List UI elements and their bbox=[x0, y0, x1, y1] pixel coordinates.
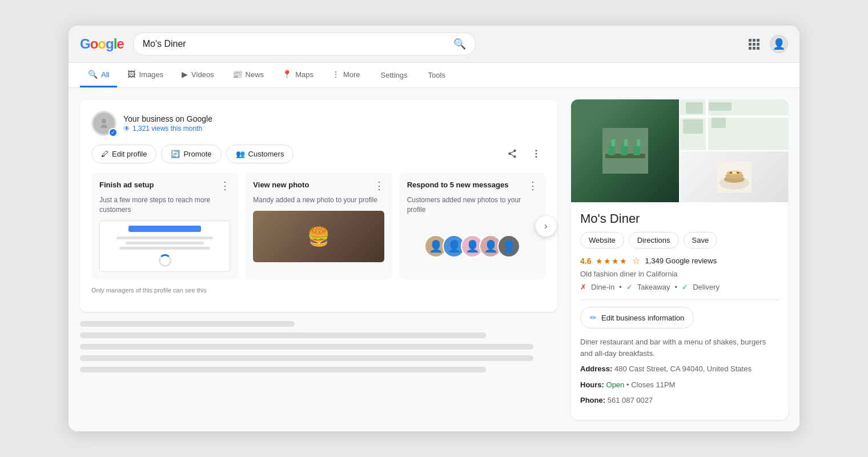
svg-rect-8 bbox=[757, 47, 760, 50]
images-tab-icon: 🖼 bbox=[127, 70, 135, 79]
edit-business-label: Edit business information bbox=[601, 314, 684, 322]
svg-rect-26 bbox=[732, 171, 737, 174]
views-icon: 👁 bbox=[123, 125, 130, 133]
business-logo: ✓ bbox=[91, 111, 116, 136]
map-grid bbox=[680, 99, 788, 150]
service-dot-2: • bbox=[675, 283, 678, 291]
account-icon[interactable]: 👤 bbox=[770, 35, 788, 53]
kp-website-button[interactable]: Website bbox=[580, 232, 624, 248]
tab-videos-label: Videos bbox=[191, 70, 214, 79]
knowledge-panel: Mo's Diner Website Directions Save 4.6 ★… bbox=[571, 99, 788, 420]
tab-all[interactable]: 🔍 All bbox=[80, 63, 117, 87]
half-star: ☆ bbox=[632, 255, 640, 266]
promote-label: Promote bbox=[183, 150, 211, 158]
kp-food-photo[interactable] bbox=[680, 151, 788, 202]
promote-button[interactable]: 🔄 Promote bbox=[161, 145, 221, 163]
task-card-finish-ad-desc: Just a few more steps to reach more cust… bbox=[99, 195, 230, 215]
task-card-respond-messages[interactable]: Respond to 5 new messages ⋮ Customers ad… bbox=[399, 173, 546, 280]
customer-avatar-5: 👤 bbox=[497, 235, 520, 258]
svg-point-12 bbox=[536, 156, 537, 158]
business-views: 👁 1,321 views this month bbox=[123, 125, 546, 133]
customers-icon: 👥 bbox=[236, 150, 245, 158]
task-card-respond-messages-title: Respond to 5 new messages bbox=[407, 181, 509, 189]
header-right: 👤 bbox=[745, 35, 788, 53]
kp-address: Address: 480 Cast Street, CA 94040, Unit… bbox=[580, 363, 779, 375]
takeaway-label: Takeaway bbox=[637, 283, 670, 291]
service-dot-1: • bbox=[619, 283, 622, 291]
main-content: ✓ Your business on Google 👁 1,321 views … bbox=[69, 88, 799, 431]
svg-rect-6 bbox=[749, 47, 752, 50]
tools-link[interactable]: Tools bbox=[420, 64, 453, 86]
search-tab-icon: 🔍 bbox=[88, 70, 98, 79]
task-card-view-photo-header: View new photo ⋮ bbox=[253, 181, 384, 191]
edit-business-button[interactable]: ✏ Edit business information bbox=[580, 307, 694, 328]
next-arrow-button[interactable]: › bbox=[536, 216, 556, 236]
rating-count: 1,349 Google reviews bbox=[645, 256, 717, 265]
business-header: ✓ Your business on Google 👁 1,321 views … bbox=[91, 111, 546, 136]
task-card-view-photo-desc: Mandy added a new photo to your profile bbox=[253, 195, 384, 205]
task-cards-row: Finish ad setup ⋮ Just a few more steps … bbox=[91, 173, 546, 280]
kp-right-photos bbox=[680, 99, 788, 202]
tab-videos[interactable]: ▶ Videos bbox=[174, 63, 222, 87]
takeaway-icon: ✓ bbox=[626, 283, 633, 291]
kp-save-button[interactable]: Save bbox=[684, 232, 718, 248]
tab-maps[interactable]: 📍 Maps bbox=[274, 63, 322, 87]
managers-note: Only managers of this profile can see th… bbox=[91, 287, 546, 294]
address-value: 480 Cast Street, CA 94040, United States bbox=[614, 364, 752, 373]
kp-short-desc: Old fashion diner in California bbox=[580, 270, 779, 278]
task-card-respond-messages-menu[interactable]: ⋮ bbox=[528, 181, 538, 191]
more-tab-icon: ⋮ bbox=[332, 70, 340, 79]
more-options-button[interactable] bbox=[527, 144, 546, 163]
tab-news-label: News bbox=[246, 70, 264, 79]
share-button[interactable] bbox=[503, 144, 522, 163]
svg-rect-19 bbox=[633, 145, 640, 155]
dine-in-label: Dine-in bbox=[591, 283, 614, 291]
address-label: Address: bbox=[580, 364, 612, 373]
skeleton-line-4 bbox=[80, 355, 533, 361]
tab-news[interactable]: 📰 News bbox=[224, 63, 272, 87]
kp-action-buttons: Website Directions Save bbox=[580, 232, 779, 248]
kp-map-photo[interactable] bbox=[680, 99, 788, 150]
task-card-view-photo-menu[interactable]: ⋮ bbox=[374, 181, 384, 191]
kp-directions-button[interactable]: Directions bbox=[629, 232, 679, 248]
task-card-view-photo-title: View new photo bbox=[253, 181, 309, 189]
customers-button[interactable]: 👥 Customers bbox=[226, 145, 294, 163]
customers-label: Customers bbox=[248, 150, 284, 158]
skeleton-line-5 bbox=[80, 367, 486, 372]
kp-main-photo[interactable] bbox=[571, 99, 679, 202]
edit-profile-button[interactable]: 🖊 Edit profile bbox=[91, 145, 156, 163]
search-icon[interactable]: 🔍 bbox=[453, 38, 466, 50]
kp-body: Mo's Diner Website Directions Save 4.6 ★… bbox=[571, 202, 788, 420]
kp-hours: Hours: Open • Closes 11PM bbox=[580, 379, 779, 391]
tab-images[interactable]: 🖼 Images bbox=[119, 63, 171, 87]
tab-more[interactable]: ⋮ More bbox=[324, 63, 368, 87]
svg-point-10 bbox=[536, 150, 537, 152]
skeleton-line-2 bbox=[80, 332, 486, 338]
svg-rect-17 bbox=[621, 145, 628, 155]
settings-link[interactable]: Settings bbox=[373, 64, 416, 86]
task-card-finish-ad-image bbox=[99, 221, 230, 272]
verified-badge: ✓ bbox=[108, 128, 118, 137]
kp-rating: 4.6 ★★★★☆ 1,349 Google reviews bbox=[580, 255, 779, 266]
rating-stars: ★★★★ bbox=[596, 256, 628, 266]
svg-rect-2 bbox=[757, 39, 760, 42]
videos-tab-icon: ▶ bbox=[182, 70, 188, 79]
phone-label: Phone: bbox=[580, 396, 605, 404]
task-card-view-photo[interactable]: View new photo ⋮ Mandy added a new photo… bbox=[245, 173, 392, 280]
task-card-finish-ad[interactable]: Finish ad setup ⋮ Just a few more steps … bbox=[91, 173, 238, 280]
action-row: 🖊 Edit profile 🔄 Promote 👥 Customers bbox=[91, 144, 546, 163]
rating-number: 4.6 bbox=[580, 256, 591, 266]
svg-rect-15 bbox=[608, 145, 615, 155]
tab-all-label: All bbox=[101, 70, 109, 79]
kp-phone: Phone: 561 087 0027 bbox=[580, 395, 779, 406]
search-bar[interactable]: 🔍 bbox=[133, 33, 476, 55]
tab-images-label: Images bbox=[139, 70, 163, 79]
task-card-respond-messages-desc: Customers added new photos to your profi… bbox=[407, 195, 538, 215]
task-card-finish-ad-menu[interactable]: ⋮ bbox=[220, 181, 230, 191]
task-card-respond-messages-image: 👤 👤 👤 👤 👤 bbox=[407, 221, 538, 272]
apps-grid-icon[interactable] bbox=[745, 35, 763, 53]
search-input[interactable] bbox=[143, 39, 453, 49]
edit-profile-icon: 🖊 bbox=[101, 150, 108, 158]
delivery-icon: ✓ bbox=[682, 283, 688, 291]
task-card-finish-ad-header: Finish ad setup ⋮ bbox=[99, 181, 230, 191]
